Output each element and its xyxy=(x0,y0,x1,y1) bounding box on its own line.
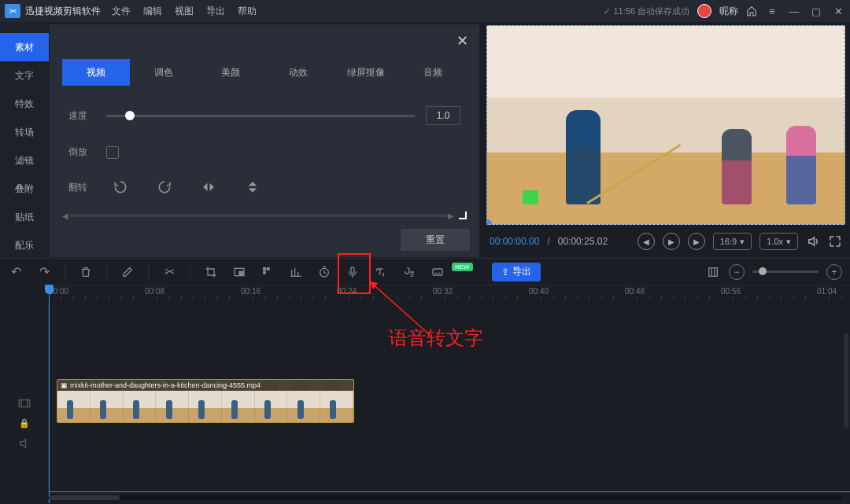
ruler-tick: 00:48 xyxy=(625,287,645,296)
clip-filename: mixkit-mother-and-daughters-in-a-kitchen… xyxy=(70,381,261,389)
nickname[interactable]: 昵称 xyxy=(719,5,738,18)
fit-icon[interactable] xyxy=(705,264,721,280)
resize-corner-icon[interactable] xyxy=(459,212,467,219)
prev-frame-button[interactable]: ◀ xyxy=(638,233,655,250)
close-button[interactable]: ✕ xyxy=(831,6,845,17)
duration: 00:00:25.02 xyxy=(558,236,608,247)
sidebar-item-sticker[interactable]: 贴纸 xyxy=(0,203,49,231)
user-avatar[interactable] xyxy=(697,4,711,18)
speed-value[interactable]: 1.0 xyxy=(426,106,460,125)
zoom-in-button[interactable]: + xyxy=(826,264,842,280)
chart-icon[interactable] xyxy=(288,264,304,280)
menu-view[interactable]: 视图 xyxy=(175,5,194,18)
lock-icon[interactable]: 🔒 xyxy=(19,418,30,429)
minimize-button[interactable]: — xyxy=(787,6,801,17)
rotate-cw-icon[interactable] xyxy=(157,179,172,195)
preview-canvas[interactable] xyxy=(486,25,845,225)
mute-track-icon[interactable] xyxy=(17,436,31,451)
delete-icon[interactable] xyxy=(78,264,94,280)
flip-row: 翻转 xyxy=(68,179,460,195)
reverse-label: 倒放 xyxy=(68,145,106,159)
timeline-vscrollbar[interactable] xyxy=(844,333,848,428)
video-track-icon[interactable] xyxy=(17,396,31,410)
sidebar: 素材 文字 特效 转场 滤镜 叠附 贴纸 配乐 xyxy=(0,22,49,258)
playback-speed-select[interactable]: 1.0x▾ xyxy=(759,233,798,250)
playhead[interactable] xyxy=(49,285,50,503)
export-button[interactable]: ⇪ 导出 xyxy=(492,263,541,281)
flip-vertical-icon[interactable] xyxy=(245,179,261,195)
maximize-button[interactable]: ▢ xyxy=(809,6,823,17)
pip-icon[interactable] xyxy=(231,264,247,280)
tab-beauty[interactable]: 美颜 xyxy=(197,59,264,86)
crop-icon[interactable] xyxy=(203,264,219,280)
sidebar-item-transition[interactable]: 转场 xyxy=(0,118,49,146)
clip-type-icon: ▣ xyxy=(61,381,68,389)
speed-row: 速度 1.0 xyxy=(68,106,460,125)
chevron-down-icon: ▾ xyxy=(786,237,791,247)
ruler-tick: 00:16 xyxy=(241,287,261,296)
timeline-baseline xyxy=(49,491,850,492)
volume-icon[interactable] xyxy=(806,234,820,248)
zoom-out-button[interactable]: − xyxy=(729,264,745,280)
cut-icon[interactable]: ✂ xyxy=(161,264,177,280)
reset-button[interactable]: 重置 xyxy=(401,229,470,251)
new-badge: NEW xyxy=(452,263,473,271)
svg-rect-2 xyxy=(263,267,266,270)
main-area: 素材 文字 特效 转场 滤镜 叠附 贴纸 配乐 ✕ 视频 调色 美颜 动效 绿屏… xyxy=(0,22,850,258)
sidebar-item-text[interactable]: 文字 xyxy=(0,61,49,90)
menu-icon[interactable]: ≡ xyxy=(765,6,779,17)
home-icon[interactable] xyxy=(746,6,757,17)
rotate-ccw-icon[interactable] xyxy=(113,179,128,195)
zoom-slider[interactable] xyxy=(752,270,819,273)
speed-slider[interactable] xyxy=(106,115,415,117)
video-clip[interactable]: ▣ mixkit-mother-and-daughters-in-a-kitch… xyxy=(57,379,354,423)
menu-file[interactable]: 文件 xyxy=(112,5,131,18)
reverse-checkbox[interactable] xyxy=(106,146,119,159)
ruler-tick: 00:32 xyxy=(433,287,453,296)
undo-icon[interactable]: ↶ xyxy=(8,264,24,280)
mosaic-icon[interactable] xyxy=(260,264,275,280)
sidebar-item-effects[interactable]: 特效 xyxy=(0,90,49,118)
reverse-row: 倒放 xyxy=(68,145,460,159)
svg-rect-9 xyxy=(19,400,30,407)
redo-icon[interactable]: ↷ xyxy=(36,264,52,280)
svg-rect-3 xyxy=(267,267,270,270)
edit-icon[interactable] xyxy=(120,264,135,280)
properties-panel: ✕ 视频 调色 美颜 动效 绿屏抠像 音频 速度 1.0 倒放 翻转 xyxy=(49,24,480,258)
tab-video[interactable]: 视频 xyxy=(62,59,130,86)
tab-audio[interactable]: 音频 xyxy=(399,59,467,86)
aspect-ratio-select[interactable]: 16:9▾ xyxy=(713,233,752,250)
panel-close-button[interactable]: ✕ xyxy=(456,32,468,50)
ruler-tick: 00:40 xyxy=(529,287,549,296)
fullscreen-icon[interactable] xyxy=(828,234,842,248)
panel-tabs: 视频 调色 美颜 动效 绿屏抠像 音频 xyxy=(50,59,479,86)
sidebar-item-overlay[interactable]: 叠附 xyxy=(0,175,49,203)
check-icon: ✓ xyxy=(604,6,611,17)
svg-rect-4 xyxy=(263,270,266,274)
sidebar-item-filter[interactable]: 滤镜 xyxy=(0,146,49,175)
next-frame-button[interactable]: ▶ xyxy=(688,233,705,250)
timeline-ruler[interactable]: 00:0000:0800:1600:2400:3200:4000:4800:56… xyxy=(49,285,850,302)
autosave-status: ✓ 11:56 自动保存成功 xyxy=(604,6,689,17)
panel-scrollbar[interactable]: ◀ ▶ xyxy=(62,212,467,219)
scroll-left-icon[interactable]: ◀ xyxy=(62,212,70,220)
app-title: 迅捷视频剪辑软件 xyxy=(25,5,101,18)
scroll-right-icon[interactable]: ▶ xyxy=(448,212,456,220)
flip-horizontal-icon[interactable] xyxy=(201,179,216,195)
flip-label: 翻转 xyxy=(68,181,106,194)
ruler-tick: 00:08 xyxy=(145,287,164,296)
tab-greenscreen[interactable]: 绿屏抠像 xyxy=(332,59,400,86)
timer-icon[interactable] xyxy=(316,264,332,280)
svg-rect-7 xyxy=(433,269,442,275)
menu-edit[interactable]: 编辑 xyxy=(143,5,162,18)
export-icon: ⇪ xyxy=(501,267,509,278)
sidebar-item-material[interactable]: 素材 xyxy=(0,33,49,61)
menu-export[interactable]: 导出 xyxy=(206,5,225,18)
timeline-hscrollbar[interactable] xyxy=(49,495,842,500)
ruler-tick: 01:04 xyxy=(817,287,837,296)
tab-motion[interactable]: 动效 xyxy=(264,59,332,86)
sidebar-item-music[interactable]: 配乐 xyxy=(0,231,49,259)
menu-help[interactable]: 帮助 xyxy=(238,5,257,18)
tab-color[interactable]: 调色 xyxy=(130,59,198,86)
play-button[interactable]: ▶ xyxy=(663,233,680,250)
